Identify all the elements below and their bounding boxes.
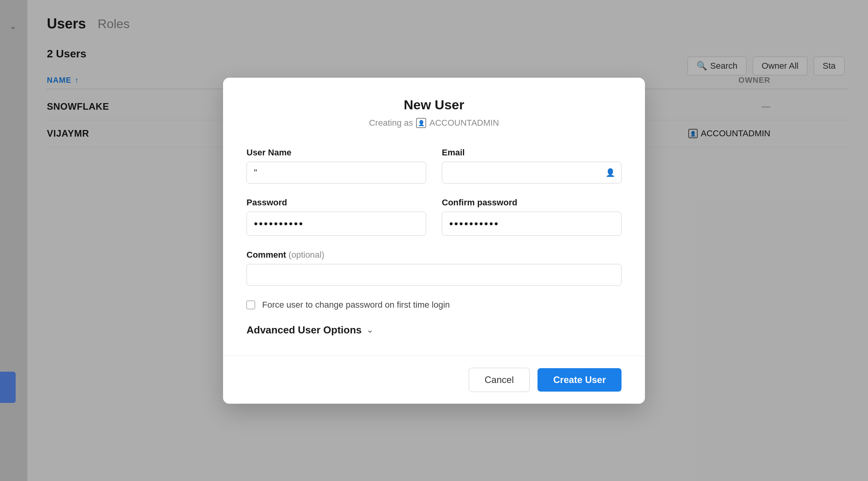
create-user-button[interactable]: Create User xyxy=(538,368,622,392)
form-group-email: Email 👤 xyxy=(442,148,622,183)
chevron-down-icon: ⌄ xyxy=(366,325,373,335)
new-user-modal: New User Creating as 👤 ACCOUNTADMIN User… xyxy=(223,78,645,404)
email-input[interactable] xyxy=(442,162,622,183)
modal-body: New User Creating as 👤 ACCOUNTADMIN User… xyxy=(223,78,645,356)
username-label: User Name xyxy=(246,148,426,158)
advanced-options-label: Advanced User Options xyxy=(246,324,362,336)
form-group-comment: Comment (optional) xyxy=(246,250,622,286)
password-label: Password xyxy=(246,198,426,208)
cancel-button[interactable]: Cancel xyxy=(469,368,530,392)
admin-role-icon: 👤 xyxy=(416,118,426,128)
email-icon: 👤 xyxy=(605,168,615,177)
advanced-options-toggle[interactable]: Advanced User Options ⌄ xyxy=(246,324,622,340)
password-input[interactable] xyxy=(246,212,426,236)
form-group-password: Password xyxy=(246,198,426,236)
form-row-passwords: Password Confirm password xyxy=(246,198,622,236)
username-input-wrapper xyxy=(246,162,426,183)
force-password-change-checkbox[interactable] xyxy=(246,301,255,309)
modal-title: New User xyxy=(246,97,622,112)
confirm-password-input[interactable] xyxy=(442,212,622,236)
modal-overlay: New User Creating as 👤 ACCOUNTADMIN User… xyxy=(0,0,868,481)
force-password-change-row: Force user to change password on first t… xyxy=(246,300,622,310)
form-row-username-email: User Name Email 👤 xyxy=(246,148,622,183)
confirm-password-input-wrapper xyxy=(442,212,622,236)
comment-input[interactable] xyxy=(246,264,622,286)
form-group-confirm-password: Confirm password xyxy=(442,198,622,236)
modal-subtitle: Creating as 👤 ACCOUNTADMIN xyxy=(246,118,622,128)
modal-footer: Cancel Create User xyxy=(223,356,645,404)
force-password-change-label: Force user to change password on first t… xyxy=(262,300,450,310)
email-label: Email xyxy=(442,148,622,158)
password-input-wrapper xyxy=(246,212,426,236)
comment-input-wrapper xyxy=(246,264,622,286)
comment-label: Comment (optional) xyxy=(246,250,324,260)
form-group-username: User Name xyxy=(246,148,426,183)
email-input-wrapper: 👤 xyxy=(442,162,622,183)
username-input[interactable] xyxy=(246,162,426,183)
confirm-password-label: Confirm password xyxy=(442,198,622,208)
